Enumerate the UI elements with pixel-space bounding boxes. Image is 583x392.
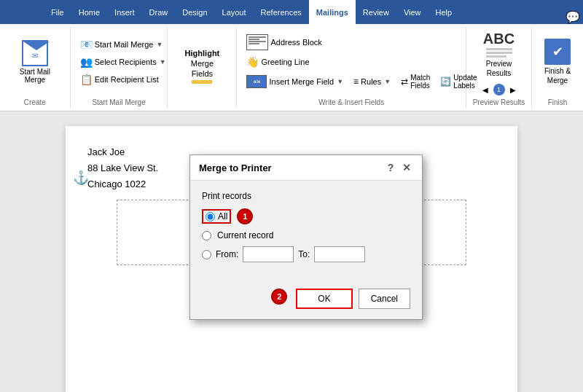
from-to-row: From: To:: [202, 246, 410, 262]
dialog-title-icons: ? ✕: [384, 161, 413, 174]
edit-recipient-button[interactable]: 📋 Edit Recipient List: [77, 71, 162, 87]
highlight-bar: [192, 80, 212, 84]
tab-references[interactable]: References: [254, 0, 309, 24]
rules-button[interactable]: ≡ Rules ▼: [350, 74, 394, 89]
tab-insert[interactable]: Insert: [107, 0, 142, 24]
finish-merge-label: Finish &Merge: [544, 66, 571, 85]
comments-icon[interactable]: 💬: [566, 10, 580, 24]
dialog-body: Print records All 1 Current record: [190, 181, 422, 283]
current-record-label: Current record: [217, 230, 273, 240]
ribbon-content: ✉ Start Mail Merge Create 📧 Start Mail M…: [0, 24, 583, 111]
group-write-insert-label: Write & Insert Fields: [318, 95, 384, 106]
cancel-button[interactable]: Cancel: [359, 289, 410, 309]
all-label: All: [218, 211, 227, 222]
step2-circle: 2: [271, 289, 287, 305]
group-highlight: Highlight Merge Fields: [168, 27, 237, 108]
dialog-title-text: Merge to Printer: [199, 162, 272, 173]
tab-mailings[interactable]: Mailings: [309, 0, 356, 24]
tab-design[interactable]: Design: [175, 0, 214, 24]
group-preview-results: ABC PreviewResults ◀ 1 ▶ Preview Resul: [466, 27, 532, 108]
match-icon: ⇄: [401, 77, 408, 87]
from-label: From:: [216, 249, 238, 259]
preview-results-button[interactable]: ABC PreviewResults: [477, 28, 521, 81]
merge-to-printer-dialog: Merge to Printer ? ✕ Print records All 1: [189, 154, 423, 320]
group-start-mail-merge: 📧 Start Mail Merge ▼ 👥 Select Recipients…: [71, 27, 168, 108]
tab-layout[interactable]: Layout: [215, 0, 254, 24]
rules-arrow-icon: ▼: [384, 78, 391, 85]
to-input[interactable]: [314, 246, 365, 262]
abc-text: ABC: [483, 31, 514, 46]
tab-draw[interactable]: Draw: [142, 0, 176, 24]
update-icon: 🔄: [440, 77, 451, 87]
greeting-line-button[interactable]: 👋 Greeting Line: [243, 54, 313, 70]
group-preview-label: Preview Results: [473, 95, 525, 106]
preview-results-label: PreviewResults: [486, 59, 512, 78]
step1-circle: 1: [237, 208, 253, 224]
insert-merge-field-button[interactable]: «» Insert Merge Field ▼: [243, 73, 347, 90]
group-start-label: Start Mail Merge: [92, 95, 145, 106]
print-records-label: Print records: [202, 191, 410, 201]
highlight-merge-fields-button[interactable]: Highlight Merge Fields: [173, 44, 230, 88]
dialog-help-button[interactable]: ?: [384, 161, 397, 174]
dropdown-arrow-icon: ▼: [156, 41, 163, 48]
envelope-icon: ✉: [22, 40, 48, 66]
tab-file[interactable]: File: [44, 0, 71, 24]
group-create-label: Create: [24, 95, 46, 106]
to-label: To:: [298, 249, 310, 259]
current-record-radio[interactable]: [202, 231, 211, 240]
current-record-row: Current record: [202, 230, 410, 240]
tab-review[interactable]: Review: [356, 0, 396, 24]
tab-view[interactable]: View: [396, 0, 429, 24]
document-area: ⚓ Jack Joe 88 Lake View St. Chicago 1022…: [0, 111, 583, 392]
select-recipients-button[interactable]: 👥 Select Recipients ▼: [77, 54, 162, 70]
tab-home[interactable]: Home: [71, 0, 107, 24]
dialog-buttons: 2 OK Cancel: [190, 283, 422, 319]
start-mail-merge-button[interactable]: 📧 Start Mail Merge ▼: [77, 36, 162, 52]
edit-list-icon: 📋: [80, 74, 93, 85]
create-button[interactable]: ✉ Start Mail Merge: [6, 36, 64, 87]
finish-merge-button[interactable]: ✔ Finish &Merge: [539, 35, 576, 89]
mail-merge-icon: 📧: [80, 39, 93, 50]
group-finish-label: Finish: [548, 95, 568, 106]
people-icon: 👥: [80, 56, 93, 68]
ribbon: File Home Insert Draw Design Layout Refe…: [0, 0, 583, 111]
address-block-icon: [246, 34, 268, 50]
highlight-label: Highlight Merge Fields: [181, 48, 222, 79]
ribbon-tabs: File Home Insert Draw Design Layout Refe…: [0, 0, 583, 24]
all-option-selected-box: All: [202, 209, 231, 224]
group-finish: ✔ Finish &Merge Finish: [532, 27, 583, 108]
rules-icon: ≡: [353, 77, 359, 87]
finish-icon: ✔: [544, 39, 571, 65]
dropdown-arrow2-icon: ▼: [160, 58, 166, 66]
create-label: Start Mail Merge: [11, 68, 59, 84]
anchor-icon: ⚓: [73, 170, 89, 186]
from-input[interactable]: [243, 246, 294, 262]
next-record-button[interactable]: ▶: [507, 84, 519, 95]
record-number: 1: [493, 84, 505, 95]
tab-help[interactable]: Help: [429, 0, 460, 24]
prev-record-button[interactable]: ◀: [480, 84, 491, 95]
all-option-row: All 1: [202, 208, 410, 224]
ok-button[interactable]: OK: [296, 289, 352, 309]
insert-field-icon: «»: [246, 75, 267, 88]
greeting-icon: 👋: [246, 56, 259, 68]
dialog-titlebar: Merge to Printer ? ✕: [190, 155, 422, 181]
dialog-close-button[interactable]: ✕: [400, 161, 413, 174]
address-block-button[interactable]: Address Block: [243, 32, 325, 52]
merge-field-arrow-icon: ▼: [337, 78, 343, 85]
all-radio[interactable]: [206, 212, 215, 222]
group-write-insert: Address Block 👋 Greeting Line «» Insert …: [237, 27, 466, 108]
from-radio[interactable]: [202, 250, 211, 259]
group-create: ✉ Start Mail Merge Create: [0, 27, 71, 108]
match-fields-button[interactable]: ⇄ MatchFields: [397, 71, 434, 92]
